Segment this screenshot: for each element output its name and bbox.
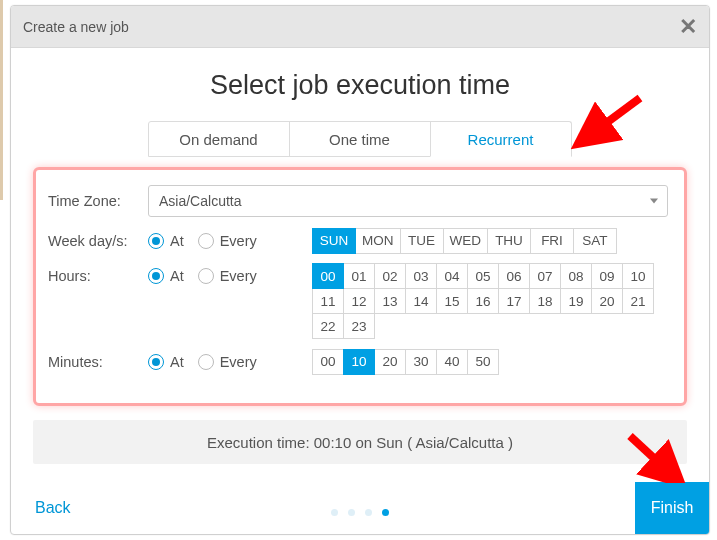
minutes-radio-at-label: At (170, 354, 184, 370)
weekday-chip-FRI[interactable]: FRI (530, 228, 574, 254)
weekday-radio-every-label: Every (220, 233, 257, 249)
chevron-down-icon (650, 199, 658, 204)
weekday-chip-SAT[interactable]: SAT (573, 228, 617, 254)
hours-radio-every-label: Every (220, 268, 257, 284)
hours-chip-09[interactable]: 09 (591, 263, 623, 289)
finish-button[interactable]: Finish (635, 482, 709, 534)
hours-chip-10[interactable]: 10 (622, 263, 654, 289)
hours-chips: 0001020304050607080910111213141516171819… (313, 264, 668, 339)
minutes-chip-00[interactable]: 00 (312, 349, 344, 375)
execution-summary: Execution time: 00:10 on Sun ( Asia/Calc… (33, 420, 687, 464)
close-icon[interactable]: ✕ (679, 16, 697, 38)
hours-chip-04[interactable]: 04 (436, 263, 468, 289)
minutes-chips: 001020304050 (313, 350, 499, 375)
hours-chip-08[interactable]: 08 (560, 263, 592, 289)
weekday-row: Week day/s: At Every SUNMONTUEWEDTHUFRIS… (48, 224, 668, 258)
minutes-chip-30[interactable]: 30 (405, 349, 437, 375)
modal-body: Select job execution time On demand One … (11, 48, 709, 464)
hours-chip-20[interactable]: 20 (591, 288, 623, 314)
hours-chip-07[interactable]: 07 (529, 263, 561, 289)
weekday-radio-every[interactable] (198, 233, 214, 249)
hours-chip-11[interactable]: 11 (312, 288, 344, 314)
hours-chip-05[interactable]: 05 (467, 263, 499, 289)
hours-label: Hours: (48, 264, 148, 284)
recurrent-panel: Time Zone: Week day/s: At Every SUNMONTU… (33, 167, 687, 406)
weekday-chip-TUE[interactable]: TUE (400, 228, 444, 254)
minutes-radio-every-label: Every (220, 354, 257, 370)
timezone-label: Time Zone: (48, 193, 148, 209)
hours-chip-02[interactable]: 02 (374, 263, 406, 289)
hours-chip-16[interactable]: 16 (467, 288, 499, 314)
step-dot-2[interactable] (348, 509, 355, 516)
hours-radio-every[interactable] (198, 268, 214, 284)
hours-row: Hours: At Every 000102030405060708091011… (48, 264, 668, 339)
hours-chip-17[interactable]: 17 (498, 288, 530, 314)
hours-chip-23[interactable]: 23 (343, 313, 375, 339)
step-dots (331, 509, 389, 516)
hours-chip-22[interactable]: 22 (312, 313, 344, 339)
minutes-label: Minutes: (48, 354, 148, 370)
hours-chip-14[interactable]: 14 (405, 288, 437, 314)
step-dot-4[interactable] (382, 509, 389, 516)
modal-title: Create a new job (23, 19, 129, 35)
hours-chip-00[interactable]: 00 (312, 263, 344, 289)
tab-one-time[interactable]: One time (289, 121, 431, 157)
tab-on-demand[interactable]: On demand (148, 121, 290, 157)
minutes-row: Minutes: At Every 001020304050 (48, 345, 668, 379)
back-button[interactable]: Back (35, 499, 71, 517)
hours-mode-radios: At Every (148, 264, 303, 284)
hours-chip-19[interactable]: 19 (560, 288, 592, 314)
execution-type-tabs: On demand One time Recurrent (11, 121, 709, 157)
hours-chip-06[interactable]: 06 (498, 263, 530, 289)
hours-radio-at-label: At (170, 268, 184, 284)
weekday-radio-at[interactable] (148, 233, 164, 249)
hours-chip-21[interactable]: 21 (622, 288, 654, 314)
create-job-modal: Create a new job ✕ Select job execution … (10, 5, 710, 535)
hours-chip-15[interactable]: 15 (436, 288, 468, 314)
hours-chip-01[interactable]: 01 (343, 263, 375, 289)
hours-chip-12[interactable]: 12 (343, 288, 375, 314)
weekday-label: Week day/s: (48, 233, 148, 249)
hours-chip-13[interactable]: 13 (374, 288, 406, 314)
step-dot-3[interactable] (365, 509, 372, 516)
weekday-chip-THU[interactable]: THU (487, 228, 531, 254)
timezone-select[interactable] (148, 185, 668, 217)
minutes-radio-at[interactable] (148, 354, 164, 370)
hours-chip-03[interactable]: 03 (405, 263, 437, 289)
modal-footer: Back Finish (11, 482, 709, 534)
weekday-chip-SUN[interactable]: SUN (312, 228, 356, 254)
minutes-chip-50[interactable]: 50 (467, 349, 499, 375)
weekday-chip-WED[interactable]: WED (443, 228, 489, 254)
minutes-chip-10[interactable]: 10 (343, 349, 375, 375)
hours-radio-at[interactable] (148, 268, 164, 284)
timezone-row: Time Zone: (48, 184, 668, 218)
step-dot-1[interactable] (331, 509, 338, 516)
weekday-mode-radios: At Every (148, 233, 303, 249)
minutes-mode-radios: At Every (148, 354, 303, 370)
minutes-chip-40[interactable]: 40 (436, 349, 468, 375)
minutes-radio-every[interactable] (198, 354, 214, 370)
page-title: Select job execution time (11, 48, 709, 121)
tab-recurrent[interactable]: Recurrent (430, 121, 572, 157)
modal-header: Create a new job ✕ (11, 6, 709, 48)
hours-chip-18[interactable]: 18 (529, 288, 561, 314)
timezone-input[interactable] (148, 185, 668, 217)
weekday-radio-at-label: At (170, 233, 184, 249)
weekday-chip-MON[interactable]: MON (355, 228, 401, 254)
weekday-chips: SUNMONTUEWEDTHUFRISAT (313, 229, 617, 254)
minutes-chip-20[interactable]: 20 (374, 349, 406, 375)
background-edge (0, 0, 3, 200)
